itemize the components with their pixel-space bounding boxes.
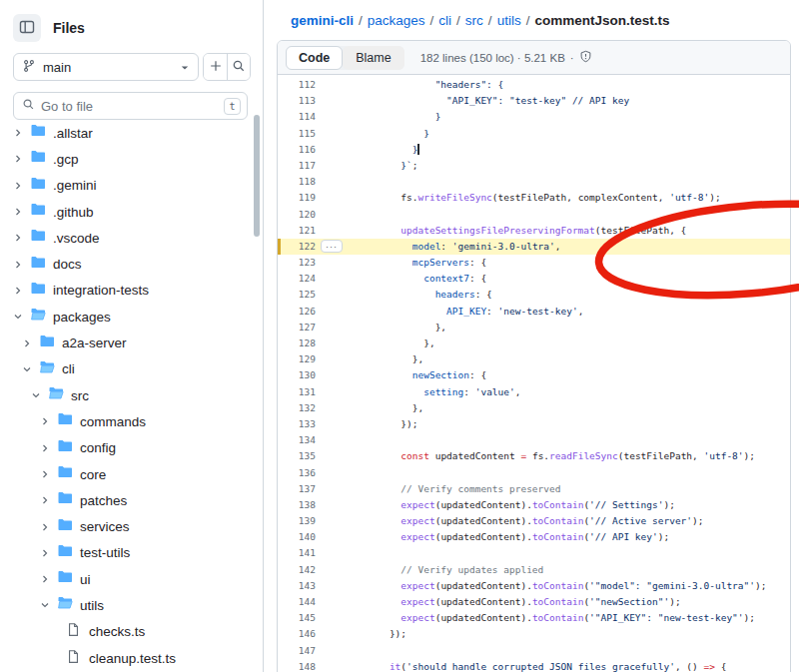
line-number[interactable]: 114 bbox=[278, 109, 320, 125]
code-line-text: // Verify updates applied bbox=[367, 562, 543, 578]
line-number[interactable]: 134 bbox=[278, 432, 320, 448]
tree-item[interactable]: src bbox=[0, 382, 262, 408]
code-line-text: "API_KEY": "test-key" // API key bbox=[367, 93, 629, 109]
line-number[interactable]: 138 bbox=[278, 497, 320, 513]
line-number[interactable]: 120 bbox=[278, 207, 320, 223]
tree-item[interactable]: cleanup.test.ts bbox=[0, 645, 262, 671]
breadcrumb-separator: / bbox=[526, 13, 530, 28]
tree-item[interactable]: test-utils bbox=[0, 540, 262, 566]
line-number[interactable]: 144 bbox=[278, 594, 320, 610]
tree-item-label: config bbox=[80, 440, 116, 455]
tree-item[interactable]: cli bbox=[0, 356, 262, 382]
tree-item[interactable]: patches bbox=[0, 487, 262, 513]
breadcrumb-dir[interactable]: cli bbox=[438, 13, 451, 28]
tree-item[interactable]: .allstar bbox=[0, 120, 262, 146]
line-number[interactable]: 126 bbox=[278, 304, 320, 320]
code-line: 146 ··· }); bbox=[278, 626, 790, 642]
line-number[interactable]: 141 bbox=[278, 545, 320, 561]
chevron-icon bbox=[39, 442, 57, 454]
collapse-sidebar-button[interactable] bbox=[13, 14, 41, 42]
line-number[interactable]: 112 bbox=[278, 77, 320, 93]
line-number[interactable]: 116 bbox=[278, 142, 320, 158]
line-number[interactable]: 132 bbox=[278, 400, 320, 416]
code-line-text: } bbox=[367, 109, 440, 125]
code-line-text: expect(updatedContent).toContain('// Set… bbox=[367, 497, 675, 513]
line-number[interactable]: 124 bbox=[278, 271, 320, 287]
line-number[interactable]: 145 bbox=[278, 610, 320, 626]
breadcrumb-dir[interactable]: src bbox=[465, 13, 483, 28]
code-line-text: }, bbox=[367, 336, 435, 351]
line-number[interactable]: 118 bbox=[278, 174, 320, 190]
tree-item[interactable]: ui bbox=[0, 566, 262, 592]
tree-item[interactable]: core bbox=[0, 461, 262, 487]
shield-alert-icon[interactable] bbox=[579, 50, 592, 65]
line-menu-button[interactable]: ··· bbox=[321, 240, 343, 253]
code-line: 126 ··· API_KEY: 'new-test-key', bbox=[278, 304, 790, 320]
line-number[interactable]: 131 bbox=[278, 384, 320, 400]
line-number[interactable]: 147 bbox=[278, 643, 320, 659]
chevron-icon bbox=[12, 311, 30, 323]
tree-item-label: checks.ts bbox=[89, 624, 145, 639]
line-number[interactable]: 142 bbox=[278, 562, 320, 578]
line-number[interactable]: 121 bbox=[278, 223, 320, 239]
line-number[interactable]: 115 bbox=[278, 126, 320, 142]
tree-item[interactable]: .gemini bbox=[0, 173, 262, 199]
tree-item-label: services bbox=[80, 519, 130, 534]
line-number[interactable]: 128 bbox=[278, 336, 320, 351]
code-line: 145 ··· expect(updatedContent).toContain… bbox=[278, 610, 790, 626]
tree-item[interactable]: packages bbox=[0, 304, 262, 330]
tree-item[interactable]: .vscode bbox=[0, 225, 262, 251]
tree-item[interactable]: checks.ts bbox=[0, 619, 262, 645]
line-number[interactable]: 119 bbox=[278, 190, 320, 206]
tree-item[interactable]: config bbox=[0, 435, 262, 461]
line-number[interactable]: 133 bbox=[278, 416, 320, 432]
tree-item[interactable]: .github bbox=[0, 199, 262, 225]
breadcrumb-dir[interactable]: packages bbox=[368, 13, 425, 28]
file-meta: 182 lines (150 loc) · 5.21 KB · bbox=[420, 50, 592, 65]
tree-item-label: src bbox=[71, 388, 89, 403]
tree-item[interactable]: services bbox=[0, 513, 262, 539]
tree-item[interactable]: utils bbox=[0, 592, 262, 618]
breadcrumb-repo[interactable]: gemini-cli bbox=[291, 13, 354, 28]
code-line-text: setting: 'value', bbox=[367, 384, 520, 400]
tab-blame[interactable]: Blame bbox=[343, 46, 403, 70]
chevron-icon bbox=[12, 206, 30, 218]
chevron-icon bbox=[39, 599, 57, 611]
line-number[interactable]: 117 bbox=[278, 158, 320, 174]
code-line: 130 ··· newSection: { bbox=[278, 367, 790, 383]
line-number[interactable]: 113 bbox=[278, 93, 320, 109]
line-number[interactable]: 139 bbox=[278, 513, 320, 529]
sidebar-scrollbar[interactable] bbox=[254, 115, 260, 237]
tree-item[interactable]: integration-tests bbox=[0, 278, 262, 304]
line-number[interactable]: 123 bbox=[278, 255, 320, 271]
tree-item[interactable]: a2a-server bbox=[0, 330, 262, 355]
line-number[interactable]: 129 bbox=[278, 351, 320, 367]
tree-item[interactable]: commands bbox=[0, 408, 262, 434]
line-number[interactable]: 140 bbox=[278, 529, 320, 545]
line-number[interactable]: 125 bbox=[278, 287, 320, 303]
text-cursor bbox=[417, 144, 418, 155]
line-number[interactable]: 127 bbox=[278, 320, 320, 336]
breadcrumb-separator: / bbox=[359, 13, 363, 28]
sidebar-controls: main bbox=[0, 44, 263, 81]
new-file-button[interactable] bbox=[204, 54, 227, 80]
branch-selector[interactable]: main bbox=[13, 53, 199, 81]
goto-file-input[interactable]: Go to file t bbox=[13, 92, 248, 120]
line-number[interactable]: 148 bbox=[278, 659, 320, 672]
breadcrumb-dir[interactable]: utils bbox=[497, 13, 521, 28]
line-number[interactable]: 130 bbox=[278, 367, 320, 383]
tab-code[interactable]: Code bbox=[286, 46, 343, 70]
tree-item-label: utils bbox=[80, 598, 104, 613]
line-number[interactable]: 137 bbox=[278, 481, 320, 497]
tree-item[interactable]: .gcp bbox=[0, 146, 262, 172]
tree-item-label: ui bbox=[80, 572, 91, 587]
tree-item[interactable]: docs bbox=[0, 251, 262, 277]
folder-open-icon bbox=[48, 385, 64, 405]
code-line: 119 ··· fs.writeFileSync(testFilePath, c… bbox=[278, 190, 790, 206]
line-number[interactable]: 135 bbox=[278, 448, 320, 464]
line-number[interactable]: 143 bbox=[278, 578, 320, 594]
line-number[interactable]: 122 bbox=[278, 239, 320, 255]
line-number[interactable]: 146 bbox=[278, 626, 320, 642]
line-number[interactable]: 136 bbox=[278, 465, 320, 481]
search-tree-button[interactable] bbox=[227, 54, 250, 80]
